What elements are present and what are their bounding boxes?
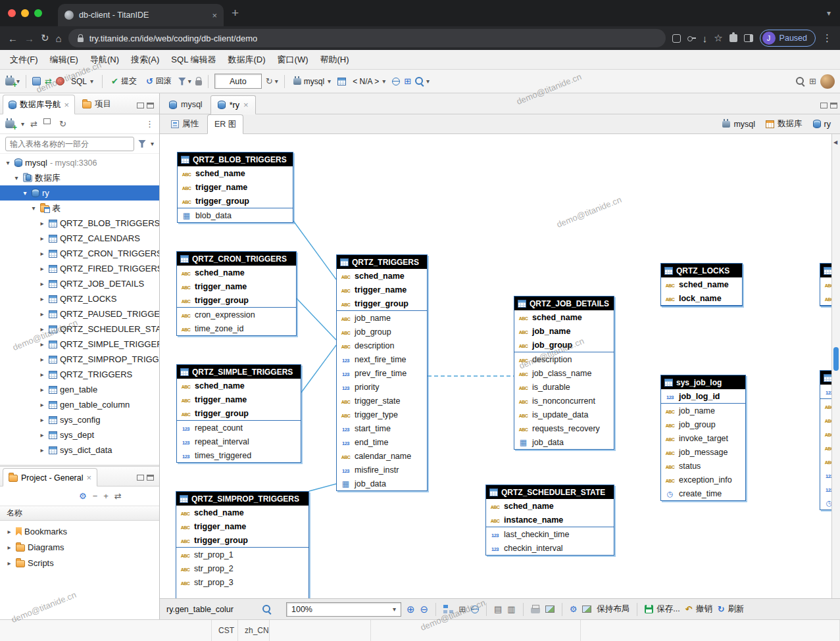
entity-QRTZ_LOCKS[interactable]: QRTZ_LOCKSsched_namelock_name [660,263,743,306]
column-repeat_interval[interactable]: repeat_interval [177,435,301,448]
column-trigger_name[interactable]: trigger_name [177,392,301,406]
tree-item-QRTZ_JOB_DETAILS[interactable]: ▸QRTZ_JOB_DETAILS [0,276,159,291]
entity-header[interactable]: QRTZ_SCHEDULER_STATE [486,485,614,499]
notation-icon[interactable]: ▤ [494,605,502,613]
column-job_data[interactable]: job_data [514,435,614,449]
entity-QRTZ_SCHEDULER_STATE[interactable]: QRTZ_SCHEDULER_STATEsched_nameinstance_n… [485,485,614,556]
tree-item-sys_config[interactable]: ▸sys_config [0,412,159,427]
zoom-in-icon[interactable]: ⊕ [407,604,415,614]
entity-QRTZ_CRON_TRIGGERS[interactable]: QRTZ_CRON_TRIGGERSsched_nametrigger_name… [176,251,297,336]
expand-arrow-icon[interactable]: ▸ [38,356,46,363]
column-blob_data[interactable]: blob_data [178,208,293,222]
column-trigger_group[interactable]: trigger_group [177,406,301,420]
column-prev_fire_time[interactable]: prev_fire_time [337,366,427,380]
menu-帮助(H)[interactable]: 帮助(H) [314,51,355,68]
settings-gear-icon[interactable]: ⚙ [79,492,87,500]
view-tab-数据库导航[interactable]: 数据库导航× [3,95,75,114]
new-connection-icon[interactable] [5,78,14,85]
expand-arrow-icon[interactable]: ▸ [38,280,46,287]
commit-button[interactable]: ✔提交 [109,74,139,88]
schema-select[interactable]: < N/A >▾ [350,76,388,87]
column-calendar_name[interactable]: calendar_name [337,449,427,463]
tree-item-QRTZ_FIRED_TRIGGERS[interactable]: ▸QRTZ_FIRED_TRIGGERS [0,261,159,276]
column-unnamed[interactable] [820,291,831,305]
column-sched_name[interactable]: sched_name [177,379,301,392]
database-selector[interactable]: ry [813,120,831,129]
editor-tab-*ry[interactable]: *ry× [210,95,256,114]
entity-header[interactable]: QRTZ_SIMPLE_TRIGGERS [177,365,301,379]
column-unnamed[interactable] [820,413,831,427]
column-trigger_name[interactable]: trigger_name [176,519,309,533]
collapse-arrow-icon[interactable]: ▾ [12,174,20,181]
zoom-select[interactable]: 100%▾ [286,602,401,617]
tree-item-QRTZ_CALENDARS[interactable]: ▸QRTZ_CALENDARS [0,231,159,246]
table-filter-input[interactable] [5,137,134,151]
maximize-editor-icon[interactable] [830,103,837,108]
tree-item-gen_table_column[interactable]: ▸gen_table_column [0,397,159,412]
tree-item-mysql[interactable]: ▾mysql - mysql:3306 [0,155,159,170]
tree-item-QRTZ_CRON_TRIGGERS[interactable]: ▸QRTZ_CRON_TRIGGERS [0,246,159,261]
attribute-visibility-icon[interactable]: ▥ [507,605,515,613]
column-sched_name[interactable]: sched_name [176,506,309,519]
entity-QRTZ_SIMPLE_TRIGGERS[interactable]: QRTZ_SIMPLE_TRIGGERSsched_nametrigger_na… [176,364,301,463]
link-with-editor-icon[interactable]: ⇄ [114,492,122,500]
editor-tab-mysql[interactable]: mysql [162,95,210,114]
entity-header[interactable]: QRTZ_TRIGGERS [337,255,427,269]
tree-item-表[interactable]: ▾表 [0,201,159,216]
browser-menu-icon[interactable]: ⋮ [822,32,832,44]
menu-搜索(A)[interactable]: 搜索(A) [125,51,165,68]
entity-header[interactable] [820,264,831,277]
project-item-Scripts[interactable]: ▸Scripts [0,555,159,571]
column-priority[interactable]: priority [337,380,427,394]
reconnect-icon[interactable]: ⇄ [45,77,52,85]
column-sched_name[interactable]: sched_name [178,166,293,180]
export-image-icon[interactable] [545,605,555,613]
reading-list-icon[interactable] [672,34,681,43]
entity-QRTZ_TRIGGERS[interactable]: QRTZ_TRIGGERSsched_nametrigger_nametrigg… [336,254,428,491]
column-trigger_type[interactable]: trigger_type [337,408,427,421]
maximize-view-icon[interactable] [147,475,154,481]
column-unnamed[interactable] [820,454,831,468]
entity-QRTZ_SIMPROP_TRIGGERS[interactable]: QRTZ_SIMPROP_TRIGGERSsched_nametrigger_n… [176,491,309,598]
column-trigger_name[interactable]: trigger_name [337,283,427,297]
expand-arrow-icon[interactable]: ▸ [38,220,46,227]
maximize-view-icon[interactable] [147,103,154,108]
new-connection-icon[interactable] [5,120,14,128]
entity-partial[interactable] [820,263,831,306]
transaction-filter-icon[interactable] [178,78,186,85]
scrollbar-thumb[interactable] [833,347,839,371]
tree-item-sys_dept[interactable]: ▸sys_dept [0,427,159,442]
tree-item-QRTZ_PAUSED_TRIGGERS[interactable]: ▸QRTZ_PAUSED_TRIGGERS [0,306,159,321]
save-button[interactable]: 保存... [645,604,679,615]
er-relation-line[interactable] [293,221,336,279]
column-job_class_name[interactable]: job_class_name [514,366,614,380]
menu-SQL 编辑器[interactable]: SQL 编辑器 [165,51,222,68]
column-is_nonconcurrent[interactable]: is_nonconcurrent [514,394,614,408]
column-trigger_group[interactable]: trigger_group [178,194,293,208]
column-trigger_state[interactable]: trigger_state [337,394,427,408]
keep-layout-toggle[interactable]: 保持布局 [597,604,630,615]
close-icon[interactable]: × [243,100,249,110]
column-unnamed[interactable] [820,482,831,496]
tree-item-gen_table[interactable]: ▸gen_table [0,382,159,397]
expand-arrow-icon[interactable]: ▸ [38,341,46,348]
new-tab-button[interactable]: + [232,6,239,20]
collapse-arrow-icon[interactable]: ▾ [4,159,12,166]
column-job_group[interactable]: job_group [337,325,427,339]
column-time_zone_id[interactable]: time_zone_id [177,321,296,335]
subtab-属性[interactable]: 属性 [164,114,206,133]
column-sched_name[interactable]: sched_name [661,277,742,291]
address-bar[interactable]: try.titanide.cn/ide/web/coding/db-client… [68,29,666,47]
profile-chip[interactable]: J Paused [760,30,816,47]
entity-header[interactable]: QRTZ_LOCKS [661,264,742,277]
entity-partial[interactable] [820,370,831,510]
tree-item-sys_dict_data[interactable]: ▸sys_dict_data [0,442,159,458]
view-menu-icon[interactable]: ⋮ [145,120,154,128]
settings-gear-icon[interactable]: ⚙ [570,605,578,613]
forward-icon[interactable]: → [24,33,34,44]
entity-QRTZ_JOB_DETAILS[interactable]: QRTZ_JOB_DETAILSsched_namejob_namejob_gr… [514,296,614,450]
entity-header[interactable]: QRTZ_JOB_DETAILS [514,297,614,310]
er-relation-line[interactable] [309,484,336,491]
tree-item-QRTZ_BLOB_TRIGGERS[interactable]: ▸QRTZ_BLOB_TRIGGERS [0,216,159,231]
connect-icon[interactable] [32,77,41,85]
